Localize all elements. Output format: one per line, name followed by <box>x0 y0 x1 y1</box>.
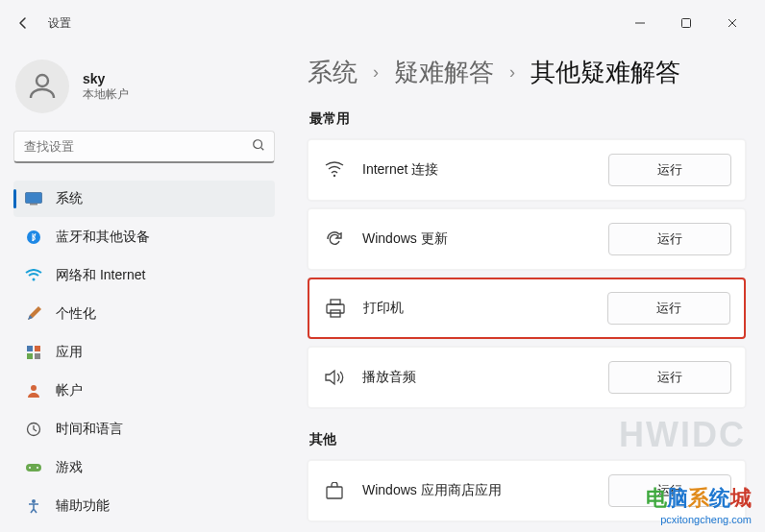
search-icon <box>252 138 265 156</box>
sidebar: sky 本地帐户 系统 蓝牙和其他设备 网络和 Internet <box>0 46 288 532</box>
chevron-right-icon: › <box>509 62 515 83</box>
search-container <box>13 131 275 163</box>
maximize-icon <box>680 17 692 29</box>
internet-icon <box>322 157 347 182</box>
close-icon <box>727 17 738 29</box>
svg-point-13 <box>31 385 37 391</box>
apps-icon <box>25 344 42 361</box>
breadcrumb: 系统 › 疑难解答 › 其他疑难解答 <box>308 56 746 89</box>
svg-point-3 <box>254 140 262 149</box>
nav-accounts[interactable]: 帐户 <box>13 373 275 409</box>
window-controls <box>623 10 757 36</box>
user-subtitle: 本地帐户 <box>83 86 129 103</box>
minimize-button[interactable] <box>623 10 657 36</box>
svg-rect-9 <box>27 346 33 351</box>
svg-point-18 <box>32 499 36 503</box>
svg-point-19 <box>333 175 335 177</box>
breadcrumb-troubleshoot[interactable]: 疑难解答 <box>394 56 494 89</box>
nav-system[interactable]: 系统 <box>13 181 275 217</box>
svg-point-8 <box>33 278 36 281</box>
close-button[interactable] <box>715 10 750 36</box>
maximize-button[interactable] <box>669 10 703 36</box>
nav-apps[interactable]: 应用 <box>13 334 275 371</box>
account-icon <box>25 382 42 399</box>
display-icon <box>25 190 42 207</box>
nav-personalization[interactable]: 个性化 <box>13 296 275 332</box>
svg-rect-5 <box>26 193 42 204</box>
run-button[interactable]: 运行 <box>608 474 731 507</box>
troubleshooter-label: Windows 应用商店应用 <box>362 482 608 499</box>
user-name: sky <box>83 71 129 86</box>
svg-rect-10 <box>35 346 40 351</box>
titlebar: 设置 <box>0 0 765 46</box>
troubleshooter-printer: 打印机 运行 <box>308 278 746 339</box>
svg-point-16 <box>29 467 31 469</box>
printer-icon <box>323 296 348 321</box>
nav-label: 个性化 <box>56 305 96 323</box>
nav-time-language[interactable]: 时间和语言 <box>13 411 275 447</box>
svg-rect-6 <box>30 204 37 206</box>
nav-bluetooth[interactable]: 蓝牙和其他设备 <box>13 219 275 255</box>
nav-accessibility[interactable]: 辅助功能 <box>13 488 275 524</box>
svg-point-2 <box>37 75 48 86</box>
nav-label: 系统 <box>56 190 83 207</box>
svg-rect-15 <box>26 464 41 472</box>
avatar <box>15 60 69 113</box>
nav-network[interactable]: 网络和 Internet <box>13 257 275 294</box>
chevron-right-icon: › <box>373 62 379 83</box>
svg-line-4 <box>261 148 264 151</box>
svg-rect-21 <box>327 304 344 313</box>
troubleshooter-internet: Internet 连接 运行 <box>308 139 746 201</box>
troubleshooter-label: Internet 连接 <box>362 161 608 179</box>
breadcrumb-system[interactable]: 系统 <box>308 56 358 89</box>
window-title: 设置 <box>48 15 71 32</box>
update-icon <box>322 227 347 252</box>
clock-icon <box>25 421 42 438</box>
troubleshooter-store-apps: Windows 应用商店应用 运行 <box>308 460 746 521</box>
svg-rect-11 <box>27 353 33 359</box>
nav-gaming[interactable]: 游戏 <box>13 449 275 486</box>
svg-rect-23 <box>327 487 342 498</box>
nav-label: 帐户 <box>56 382 83 399</box>
svg-rect-20 <box>331 300 340 304</box>
nav-label: 时间和语言 <box>56 421 123 438</box>
section-other-title: 其他 <box>309 431 746 448</box>
troubleshooter-label: Windows 更新 <box>362 230 608 248</box>
troubleshooter-audio: 播放音频 运行 <box>308 347 746 408</box>
svg-rect-12 <box>35 353 40 359</box>
nav-list: 系统 蓝牙和其他设备 网络和 Internet 个性化 应用 帐户 <box>13 181 275 524</box>
user-profile[interactable]: sky 本地帐户 <box>13 56 275 131</box>
svg-rect-1 <box>682 19 691 28</box>
nav-label: 辅助功能 <box>56 497 110 515</box>
section-frequent-title: 最常用 <box>309 110 746 128</box>
gamepad-icon <box>25 459 42 476</box>
run-button[interactable]: 运行 <box>608 223 731 255</box>
run-button[interactable]: 运行 <box>607 292 730 325</box>
nav-label: 蓝牙和其他设备 <box>56 229 150 246</box>
wifi-icon <box>25 267 42 284</box>
search-input[interactable] <box>13 131 275 163</box>
arrow-left-icon <box>15 15 31 31</box>
paintbrush-icon <box>25 305 42 323</box>
nav-label: 网络和 Internet <box>56 267 145 284</box>
nav-label: 应用 <box>56 344 83 361</box>
troubleshooter-label: 打印机 <box>363 300 607 317</box>
troubleshooter-label: 播放音频 <box>362 369 608 386</box>
main-content: 系统 › 疑难解答 › 其他疑难解答 最常用 Internet 连接 运行 Wi… <box>288 46 765 532</box>
run-button[interactable]: 运行 <box>608 154 731 186</box>
person-icon <box>25 69 60 104</box>
back-button[interactable] <box>8 8 38 38</box>
troubleshooter-windows-update: Windows 更新 运行 <box>308 208 746 270</box>
speaker-icon <box>322 365 347 390</box>
run-button[interactable]: 运行 <box>608 361 731 394</box>
nav-label: 游戏 <box>56 459 83 476</box>
bluetooth-icon <box>25 229 42 246</box>
breadcrumb-current: 其他疑难解答 <box>531 56 680 89</box>
store-icon <box>322 478 347 503</box>
minimize-icon <box>634 17 646 29</box>
accessibility-icon <box>25 497 42 515</box>
svg-point-17 <box>37 467 38 469</box>
